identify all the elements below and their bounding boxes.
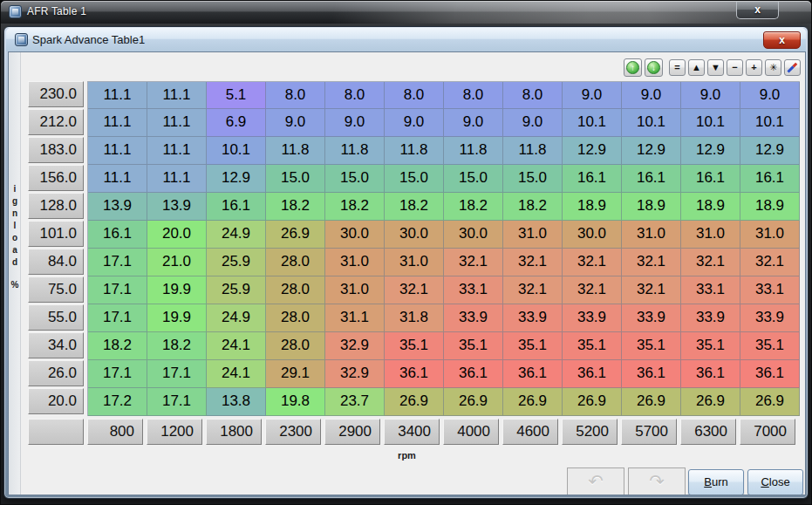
table-cell[interactable]: 11.1 <box>88 165 147 193</box>
table-cell[interactable]: 20.0 <box>147 221 207 249</box>
row-header[interactable]: 20.0 <box>28 388 84 414</box>
table-cell[interactable]: 9.0 <box>563 82 622 109</box>
table-cell[interactable]: 36.1 <box>681 360 740 388</box>
table-cell[interactable]: 19.9 <box>147 276 207 304</box>
row-header[interactable]: 55.0 <box>28 304 84 331</box>
table-cell[interactable]: 16.1 <box>740 165 800 193</box>
table-cell[interactable]: 35.1 <box>444 332 503 360</box>
table-cell[interactable]: 36.1 <box>622 360 681 388</box>
minus-button[interactable]: − <box>727 59 743 76</box>
table-cell[interactable]: 26.9 <box>444 388 503 416</box>
table-cell[interactable]: 29.1 <box>266 360 325 388</box>
row-header[interactable]: 156.0 <box>28 165 84 191</box>
scale-up-button[interactable]: ↑ <box>624 58 642 77</box>
table-cell[interactable]: 36.1 <box>385 360 444 388</box>
table-cell[interactable]: 17.1 <box>88 249 147 276</box>
table-cell[interactable]: 30.0 <box>385 221 444 249</box>
table-cell[interactable]: 35.1 <box>622 332 681 360</box>
table-cell[interactable]: 31.0 <box>325 276 385 304</box>
table-cell[interactable]: 15.0 <box>385 165 444 193</box>
x-axis-header[interactable]: 1800 <box>206 419 262 445</box>
x-axis-header[interactable]: 4600 <box>502 419 558 445</box>
table-cell[interactable]: 32.1 <box>622 249 681 276</box>
table-cell[interactable]: 8.0 <box>266 82 325 109</box>
x-axis-header[interactable]: 6300 <box>680 419 736 445</box>
table-cell[interactable]: 11.8 <box>503 137 563 165</box>
table-cell[interactable]: 11.1 <box>88 82 147 109</box>
table-cell[interactable]: 16.1 <box>622 165 681 193</box>
table-cell[interactable]: 36.1 <box>444 360 503 388</box>
table-cell[interactable]: 30.0 <box>563 221 622 249</box>
table-cell[interactable]: 33.1 <box>681 276 740 304</box>
background-window-titlebar[interactable]: AFR Table 1 x <box>1 1 811 24</box>
table-cell[interactable]: 32.1 <box>503 249 563 276</box>
table-cell[interactable]: 8.0 <box>444 82 503 109</box>
x-axis-header[interactable]: 5200 <box>562 419 618 445</box>
table-cell[interactable]: 18.2 <box>503 193 563 221</box>
table-cell[interactable]: 26.9 <box>622 388 681 416</box>
table-cell[interactable]: 11.1 <box>147 165 207 193</box>
table-cell[interactable]: 25.9 <box>207 249 266 276</box>
table-cell[interactable]: 15.0 <box>266 165 325 193</box>
x-axis-header[interactable]: 7000 <box>740 419 795 445</box>
table-cell[interactable]: 33.9 <box>740 304 800 332</box>
plus-button[interactable]: + <box>746 59 762 76</box>
table-cell[interactable]: 31.0 <box>503 221 563 249</box>
table-cell[interactable]: 18.9 <box>740 193 800 221</box>
table-cell[interactable]: 9.0 <box>325 109 385 137</box>
table-cell[interactable]: 26.9 <box>681 388 740 416</box>
table-cell[interactable]: 19.8 <box>266 388 325 416</box>
table-cell[interactable]: 33.9 <box>622 304 681 332</box>
x-axis-header[interactable]: 800 <box>87 419 143 445</box>
table-cell[interactable]: 18.9 <box>563 193 622 221</box>
table-cell[interactable]: 19.9 <box>147 304 207 332</box>
table-cell[interactable]: 11.1 <box>147 109 207 137</box>
table-cell[interactable]: 32.9 <box>325 332 385 360</box>
table-cell[interactable]: 32.9 <box>325 360 385 388</box>
table-cell[interactable]: 25.9 <box>207 276 266 304</box>
table-cell[interactable]: 35.1 <box>740 332 800 360</box>
table-cell[interactable]: 30.0 <box>325 221 385 249</box>
table-cell[interactable]: 9.0 <box>740 82 800 109</box>
table-cell[interactable]: 31.0 <box>622 221 681 249</box>
table-cell[interactable]: 31.0 <box>681 221 740 249</box>
x-axis-header[interactable]: 1200 <box>147 419 202 445</box>
table-cell[interactable]: 17.1 <box>88 360 147 388</box>
row-header[interactable]: 34.0 <box>28 332 84 358</box>
table-cell[interactable]: 36.1 <box>740 360 800 388</box>
table-cell[interactable]: 30.0 <box>444 221 503 249</box>
table-cell[interactable]: 10.1 <box>740 109 800 137</box>
table-cell[interactable]: 13.9 <box>88 193 147 221</box>
table-cell[interactable]: 11.1 <box>147 137 207 165</box>
undo-button[interactable]: ↶ <box>567 467 624 495</box>
edit-pencil-button[interactable] <box>784 59 801 76</box>
table-cell[interactable]: 36.1 <box>563 360 622 388</box>
table-cell[interactable]: 12.9 <box>681 137 740 165</box>
table-cell[interactable]: 33.9 <box>681 304 740 332</box>
redo-button[interactable]: ↷ <box>628 467 686 495</box>
table-cell[interactable]: 18.2 <box>444 193 503 221</box>
table-cell[interactable]: 28.0 <box>266 276 325 304</box>
table-cell[interactable]: 10.1 <box>681 109 740 137</box>
table-cell[interactable]: 24.9 <box>207 221 266 249</box>
scale-down-button[interactable]: ↓ <box>645 58 663 77</box>
table-cell[interactable]: 28.0 <box>266 332 325 360</box>
x-axis-header[interactable]: 2900 <box>324 419 380 445</box>
table-cell[interactable]: 18.2 <box>147 332 207 360</box>
table-cell[interactable]: 8.0 <box>325 82 385 109</box>
table-cell[interactable]: 6.9 <box>207 109 266 137</box>
increment-button[interactable]: ▲ <box>688 59 705 76</box>
table-cell[interactable]: 11.8 <box>325 137 385 165</box>
table-cell[interactable]: 31.0 <box>385 249 444 276</box>
table-cell[interactable]: 24.1 <box>207 332 266 360</box>
table-cell[interactable]: 15.0 <box>503 165 563 193</box>
table-cell[interactable]: 17.1 <box>147 360 207 388</box>
table-cell[interactable]: 31.0 <box>325 249 385 276</box>
table-cell[interactable]: 32.1 <box>563 249 622 276</box>
table-cell[interactable]: 32.1 <box>622 276 681 304</box>
row-header[interactable]: 75.0 <box>28 276 84 303</box>
table-cell[interactable]: 24.1 <box>207 360 266 388</box>
table-cell[interactable]: 26.9 <box>266 221 325 249</box>
table-cell[interactable]: 16.1 <box>207 193 266 221</box>
table-cell[interactable]: 32.1 <box>444 249 503 276</box>
